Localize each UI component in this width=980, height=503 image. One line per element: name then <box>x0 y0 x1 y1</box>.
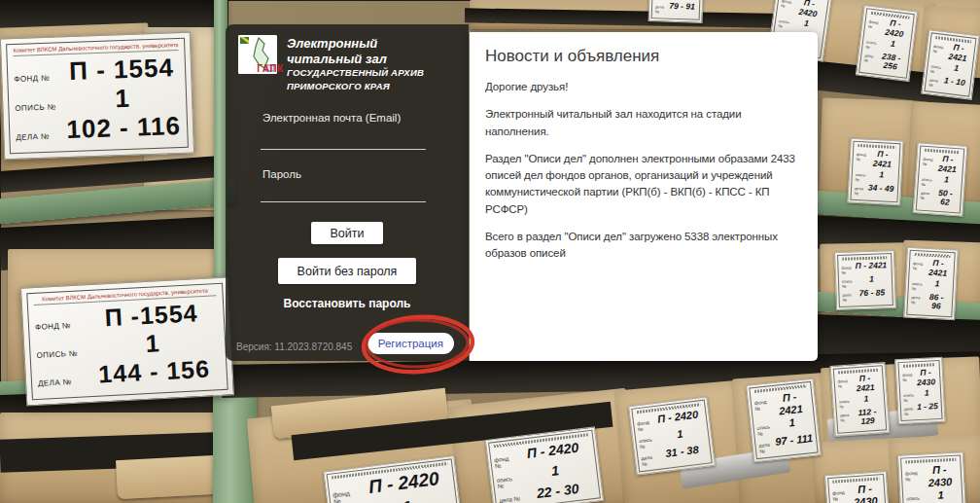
app-title: Электронный читальный зал <box>287 36 456 66</box>
login-without-password-button[interactable]: Войти без пароля <box>278 258 416 284</box>
screenshot-root: Комитет ВЛКСМ Дальневосточного государст… <box>0 0 980 503</box>
gapk-logo: ГАПК <box>238 35 277 74</box>
news-paragraph: Раздел "Описи дел" дополнен электронными… <box>485 151 802 218</box>
archive-box-label: фонд №П - 2421 опись №1 дела №97 - 111 <box>746 378 822 463</box>
archive-box-label: фонд №П - 2421 опись №1 дела №76 - 85 <box>834 250 896 310</box>
archive-box-label: Комитет ВЛКСМ Дальневосточного государст… <box>20 276 234 406</box>
archive-box-label: Комитет ВЛКСМ Дальневосточного государст… <box>0 32 194 161</box>
recover-password-link[interactable]: Восстановить пароль <box>226 297 469 310</box>
news-panel: Новости и объявления Дорогие друзья! Эле… <box>470 32 818 361</box>
logo-acronym: ГАПК <box>254 63 277 74</box>
email-label: Электронная почта (Email) <box>262 112 401 124</box>
archive-box-label: дела №79 - 91 <box>648 0 704 23</box>
archive-box-label: фонд №П - 2421 опись №1 дела №34 - 49 <box>847 138 903 205</box>
archive-box-label: фонд №П - 2420 опись №1 дела №238 - 256 <box>856 5 918 82</box>
version-label: Версия: 11.2023.8720.845 <box>236 341 352 352</box>
archive-box-label: фонд №П - 2421 опись №1 дела №112 - 129 <box>830 362 891 437</box>
news-paragraph: Всего в раздел "Описи дел" загружено 533… <box>485 229 802 263</box>
archive-box-label: фонд №П - 2420 опись №1 дела №22 - 30 <box>485 426 605 503</box>
archive-box-label: фонд №П - 2430 опись №1 дела №59 - 71 <box>897 451 967 503</box>
register-button[interactable]: Регистрация <box>368 333 454 354</box>
email-input[interactable] <box>261 126 426 150</box>
archive-box-label: фонд №П - 2421 опись №1 дела №1 - 10 <box>921 29 980 99</box>
login-button[interactable]: Войти <box>311 222 383 244</box>
archive-box-label: фонд №П - 2420 опись №1 дела №31 - 38 <box>628 396 716 475</box>
login-panel: ГАПК Электронный читальный зал ГОСУДАРСТ… <box>226 24 469 361</box>
password-input[interactable] <box>261 179 426 202</box>
archive-box-label: фонд №П - 2421 опись №1 дела №50 - 62 <box>913 142 968 217</box>
org-name-line1: ГОСУДАРСТВЕННЫЙ АРХИВ <box>287 66 456 80</box>
archive-box-label: фонд №П - 2421 опись №1 дела №86 - 96 <box>903 247 959 321</box>
archive-box-label: фонд №П - 2430 опись №1 <box>824 471 891 503</box>
news-paragraph: Электронный читальный зал находится на с… <box>485 106 802 140</box>
news-title: Новости и объявления <box>485 47 802 66</box>
brand-header: ГАПК Электронный читальный зал ГОСУДАРСТ… <box>238 35 456 80</box>
org-name-line2: ПРИМОРСКОГО КРАЯ <box>287 80 456 93</box>
archive-box-label: фонд №П - 2430 опись №1 дела №1 - 25 <box>894 357 945 424</box>
news-paragraph: Дорогие друзья! <box>485 79 802 95</box>
